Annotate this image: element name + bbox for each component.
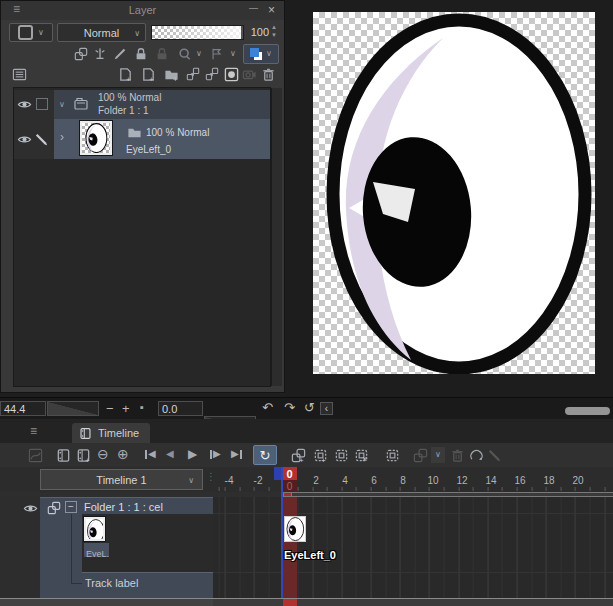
frame-ruler[interactable]: -4 -2 2 4 6 8 10 12 14 16 18 20 [213, 467, 613, 492]
skip-to-start-button[interactable]: ◀ [145, 449, 156, 459]
canvas-horizontal-scrollbar[interactable] [565, 407, 610, 415]
delete-cel-button[interactable] [449, 446, 465, 464]
cel-selection-button[interactable] [384, 446, 400, 464]
zoom-out-button[interactable]: − [106, 401, 114, 416]
transfer-to-lower-button[interactable] [185, 65, 201, 83]
reset-rotation-button[interactable]: ↺ [304, 400, 315, 415]
clip-to-layer-below-button[interactable] [73, 45, 89, 63]
layer-visibility-button[interactable] [16, 96, 32, 112]
zoom-slider[interactable] [47, 401, 99, 416]
layer-select-checkbox[interactable] [36, 98, 48, 110]
camera-folder-button[interactable] [241, 65, 257, 83]
ruler-label: -4 [225, 475, 234, 486]
mask-options-chevron-icon[interactable]: ∨ [196, 50, 202, 58]
zoom-in-button[interactable]: + [122, 401, 130, 416]
track-cel-thumbnail[interactable] [84, 517, 105, 541]
timeline-tabbar: ≡ Timeline [0, 419, 613, 443]
minimize-button[interactable]: — [249, 3, 258, 13]
flip-view-button[interactable] [468, 446, 484, 464]
spinner-up-icon[interactable]: ▲ [271, 24, 277, 30]
onion-skin-options-button[interactable]: ∨ [431, 447, 445, 463]
redo-button[interactable]: ↷ [284, 400, 295, 415]
onion-skin-button[interactable] [412, 446, 428, 464]
track-tree-corner [71, 583, 82, 584]
layer-color-swatch-icon [250, 48, 262, 60]
opacity-slider[interactable] [151, 25, 244, 40]
plus-badge: + [126, 75, 131, 84]
play-button[interactable]: ▶ [188, 448, 197, 460]
timeline-panel-menu-icon[interactable]: ≡ [30, 424, 37, 438]
loop-icon: ↻ [260, 448, 271, 463]
collapse-navigation-button[interactable]: ‹ [320, 402, 333, 415]
spinner-down-icon[interactable]: ▼ [271, 32, 277, 38]
new-timeline-button[interactable]: + [75, 446, 91, 464]
ruler-label: 4 [342, 475, 348, 486]
edit-timeline-button[interactable] [55, 446, 71, 464]
layer-row-folder[interactable]: ∨ 100 % Normal Folder 1 : 1 [14, 90, 270, 119]
rotation-value-box[interactable]: 0.0 [158, 401, 203, 416]
playhead-frame-indicator[interactable]: 0 [282, 467, 297, 480]
new-cel-button[interactable]: + [312, 446, 328, 464]
plus-badge: + [173, 75, 178, 84]
timeline-selector-dropdown[interactable]: Timeline 1 ∨ [40, 469, 203, 490]
brush-shape-dropdown[interactable]: ∨ [9, 23, 53, 42]
track-visibility-button[interactable] [22, 500, 38, 516]
canvas-transparent-background[interactable] [313, 12, 595, 374]
layer-thumbnail[interactable] [80, 121, 112, 155]
ruler-label: 6 [371, 475, 377, 486]
timeline-zoom-in-button[interactable]: ⊕ [117, 446, 129, 462]
blend-mode-dropdown[interactable]: Normal ∨ [57, 23, 146, 42]
layer-visibility-button[interactable] [16, 131, 32, 147]
new-animation-cel-button[interactable]: + [290, 446, 306, 464]
timeline-bottom-scrollbar[interactable] [0, 598, 613, 606]
track-cel-strip[interactable]: EyeL. [82, 514, 213, 572]
graph-editor-button[interactable] [27, 446, 43, 464]
lock-layer-button[interactable] [133, 45, 149, 63]
bar [145, 450, 147, 459]
zoom-value-box[interactable]: 44.4 [0, 401, 46, 416]
layer-row-cel-selected[interactable]: › 100 % Normal EyeLeft_0 [14, 119, 270, 159]
track-label: Track label [85, 577, 138, 589]
lock-transparent-pixels-button[interactable] [154, 45, 170, 63]
layer-color-button[interactable]: ∨ [243, 44, 279, 64]
timeline-zoom-out-button[interactable]: ⊖ [97, 446, 109, 462]
previous-frame-button[interactable]: ◀ [166, 449, 174, 459]
create-layer-mask-button[interactable] [223, 65, 239, 83]
delete-specified-cels-button[interactable]: × [353, 446, 369, 464]
enable-mask-button[interactable] [177, 45, 193, 63]
next-frame-button[interactable]: ▶ [210, 449, 221, 459]
layer-panel-titlebar: ≡ Layer — × [1, 1, 284, 20]
loop-playback-button[interactable]: ↻ [253, 445, 277, 465]
timeline-toolbar: + ⊖ ⊕ ◀ ◀ ▶ ▶ ▶ ↻ + + × ∨ [0, 443, 613, 467]
track-collapse-button[interactable]: − [65, 501, 77, 513]
ruler-label: 8 [400, 475, 406, 486]
layer-list-scrollbar[interactable] [271, 88, 282, 386]
actual-size-button[interactable]: ▪ [140, 401, 144, 413]
opacity-slider-thumb [241, 26, 243, 39]
track-cel-chip[interactable]: EyeL. [84, 543, 109, 557]
ruler-label: 20 [572, 475, 583, 486]
undo-button[interactable]: ↶ [262, 400, 273, 415]
ruler-options-chevron-icon[interactable]: ∨ [230, 50, 236, 58]
specify-cels-button[interactable] [333, 446, 349, 464]
ruler-button[interactable] [209, 45, 225, 63]
palette-menu-button[interactable] [11, 65, 27, 83]
opacity-spinner[interactable]: ▲ ▼ [271, 24, 281, 41]
draft-layer-button[interactable] [112, 45, 128, 63]
plus-badge: + [85, 456, 90, 465]
merge-to-lower-button[interactable] [204, 65, 220, 83]
new-layer-dialog-button[interactable]: + [140, 65, 156, 83]
layer-name: EyeLeft_0 [126, 144, 171, 155]
correct-line-button[interactable] [487, 446, 503, 464]
delete-layer-button[interactable] [260, 65, 276, 83]
new-folder-button[interactable]: + [163, 65, 179, 83]
skip-to-end-button[interactable]: ▶ [231, 449, 242, 459]
ruler-label: 16 [514, 475, 525, 486]
frame0-cel-thumbnail[interactable] [284, 516, 306, 542]
layer-expand-chevron-icon[interactable]: › [60, 130, 64, 144]
folder-expand-chevron-icon[interactable]: ∨ [59, 101, 65, 109]
timeline-tab[interactable]: Timeline [72, 423, 150, 443]
reference-layer-button[interactable] [92, 45, 108, 63]
new-raster-layer-button[interactable]: + [117, 65, 133, 83]
close-button[interactable]: × [268, 3, 275, 17]
